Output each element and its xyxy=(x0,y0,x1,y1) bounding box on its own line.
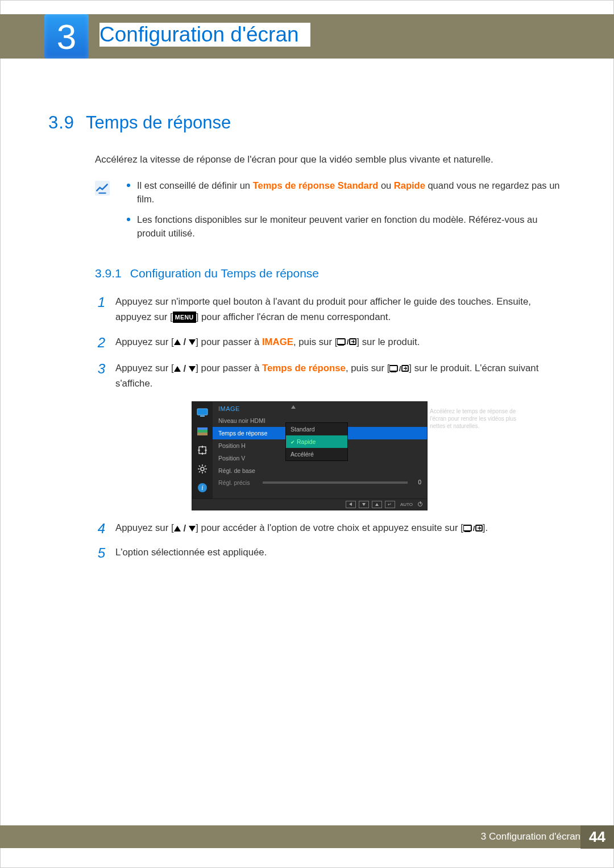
osd-item-coarse: Régl. de base xyxy=(213,464,427,477)
subsection-number: 3.9.1 xyxy=(95,267,122,280)
step-number-2: 2 xyxy=(95,335,105,351)
osd-picture-icon xyxy=(196,425,209,438)
osd-slider-value: 0 xyxy=(411,479,421,485)
step-number-3: 3 xyxy=(95,361,105,377)
osd-nav-down-icon xyxy=(359,501,369,508)
osd-nav-left-icon xyxy=(346,501,356,508)
osd-tooltip: Accélérez le temps de réponse de l'écran… xyxy=(430,408,532,430)
svg-point-15 xyxy=(201,467,204,471)
osd-screenshot: i IMAGE Niveau noir HDMI Temps de répons… xyxy=(192,401,428,510)
emphasis-temps: Temps de réponse xyxy=(262,363,346,373)
osd-gear-icon xyxy=(196,463,209,475)
step-number-5: 5 xyxy=(95,545,105,562)
svg-rect-26 xyxy=(463,525,471,531)
emphasis-standard: Temps de réponse Standard xyxy=(253,180,379,190)
step-text-2: Appuyez sur [/] pour passer à IMAGE, pui… xyxy=(115,335,566,350)
up-down-arrows-icon: / xyxy=(174,362,196,376)
svg-line-20 xyxy=(199,466,200,467)
footer-band: 3 Configuration d'écran 44 xyxy=(0,825,614,848)
svg-text:i: i xyxy=(201,484,203,492)
step-number-1: 1 xyxy=(95,294,105,311)
svg-line-23 xyxy=(205,466,206,467)
svg-rect-12 xyxy=(197,427,208,430)
svg-rect-9 xyxy=(197,409,208,415)
osd-item-fine: Régl. précis xyxy=(218,479,259,486)
emphasis-rapide: Rapide xyxy=(394,180,425,190)
svg-text:/: / xyxy=(473,525,475,533)
osd-options-popup: Standard Rapide Accéléré xyxy=(285,422,348,461)
up-down-arrows-icon: / xyxy=(174,521,196,536)
svg-rect-13 xyxy=(197,433,208,435)
note-item-1: Il est conseillé de définir un Temps de … xyxy=(127,179,566,206)
svg-rect-27 xyxy=(464,531,470,532)
enter-source-icon: / xyxy=(389,363,409,373)
svg-rect-6 xyxy=(391,371,396,372)
osd-size-icon xyxy=(196,444,209,456)
emphasis-image: IMAGE xyxy=(262,337,293,347)
osd-option-rapide: Rapide xyxy=(286,435,347,448)
note-icon xyxy=(95,181,110,196)
svg-text:/: / xyxy=(399,365,401,373)
step-text-5: L'option sélectionnée est appliquée. xyxy=(115,545,566,560)
osd-category-label: IMAGE xyxy=(213,402,427,412)
osd-scroll-up-icon xyxy=(291,405,296,409)
osd-sidebar: i xyxy=(192,402,213,499)
osd-option-accelere: Accéléré xyxy=(286,448,347,460)
menu-key-icon: MENU xyxy=(173,312,196,323)
up-down-arrows-icon: / xyxy=(174,335,196,350)
osd-nav-up-icon xyxy=(372,501,382,508)
osd-option-standard: Standard xyxy=(286,423,347,435)
subsection-title: Configuration du Temps de réponse xyxy=(130,267,319,280)
enter-source-icon: / xyxy=(337,337,356,347)
svg-text:/: / xyxy=(347,338,349,346)
osd-nav-enter-icon: ↵ xyxy=(385,501,395,508)
footer-chapter-label: 3 Configuration d'écran xyxy=(481,831,580,842)
note-block: Il est conseillé de définir un Temps de … xyxy=(95,179,566,247)
svg-rect-10 xyxy=(200,416,205,417)
osd-nav-power-icon xyxy=(418,502,422,506)
svg-line-21 xyxy=(205,471,206,472)
section-number: 3.9 xyxy=(48,113,74,133)
enter-source-icon: / xyxy=(463,522,483,533)
step-text-1: Appuyez sur n'importe quel bouton à l'av… xyxy=(115,294,566,324)
osd-nav-auto-label: AUTO xyxy=(398,502,415,507)
step-text-3: Appuyez sur [/] pour passer à Temps de r… xyxy=(115,361,566,391)
note-item-2: Les fonctions disponibles sur le moniteu… xyxy=(127,213,566,240)
step-number-4: 4 xyxy=(95,521,105,537)
osd-monitor-icon xyxy=(196,406,209,419)
section-intro: Accélérez la vitesse de réponse de l'écr… xyxy=(95,153,566,167)
osd-info-icon: i xyxy=(196,481,209,494)
section-title: Temps de réponse xyxy=(86,113,231,133)
svg-line-22 xyxy=(199,471,200,472)
osd-nav-bar: ↵ AUTO xyxy=(192,499,427,510)
svg-rect-5 xyxy=(389,366,397,371)
footer-page-number: 44 xyxy=(580,825,614,849)
step-text-4: Appuyez sur [/] pour accéder à l'option … xyxy=(115,521,566,536)
svg-rect-2 xyxy=(338,344,344,346)
svg-rect-1 xyxy=(337,339,345,344)
osd-slider xyxy=(263,481,408,484)
